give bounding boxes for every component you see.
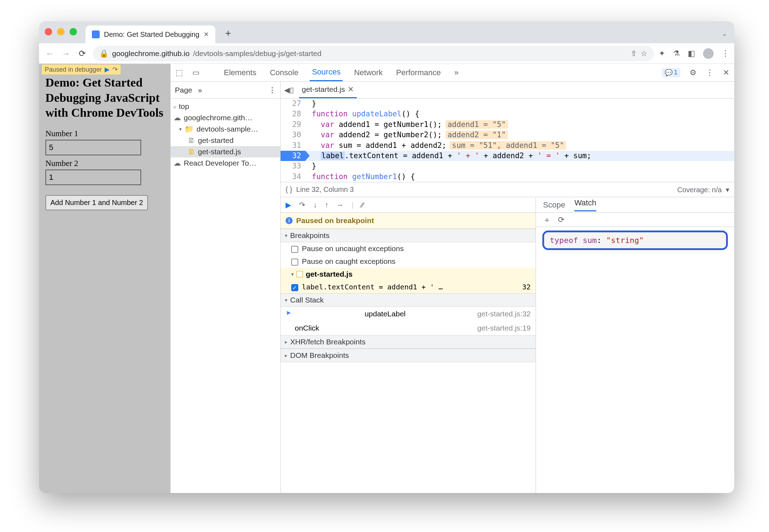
refresh-watch-icon[interactable]: ⟳ xyxy=(558,215,564,225)
editor-tabs: ◀▯ get-started.js ✕ xyxy=(281,82,734,99)
editor-tab-file[interactable]: get-started.js ✕ xyxy=(299,82,357,98)
profile-avatar-icon[interactable] xyxy=(703,48,714,59)
issues-button[interactable]: 💬 1 xyxy=(662,68,680,77)
xhr-section[interactable]: ▸XHR/fetch Breakpoints xyxy=(281,335,536,349)
paused-overlay: Paused in debugger ▶ ↷ xyxy=(42,65,121,74)
tab-watch[interactable]: Watch xyxy=(574,198,596,211)
nav-item-top[interactable]: ▵ top xyxy=(171,101,280,112)
reload-button[interactable]: ⟳ xyxy=(77,49,88,59)
callstack-frame-0[interactable]: updateLabelget-started.js:32 xyxy=(281,307,536,321)
window-controls xyxy=(45,28,85,43)
callstack-frame-1[interactable]: onClickget-started.js:19 xyxy=(281,321,536,335)
tab-close-icon[interactable]: ✕ xyxy=(204,31,209,38)
code-editor[interactable]: 27} 28function updateLabel() { 29 var ad… xyxy=(281,99,734,182)
devtools: ⬚ ▭ Elements Console Sources Network Per… xyxy=(170,64,734,493)
editor-status: { } Line 32, Column 3 Coverage: n/a ▾ xyxy=(281,182,734,197)
info-icon: i xyxy=(286,217,293,224)
nav-item-domain[interactable]: ☁ googlechrome.gith… xyxy=(171,112,280,123)
overlay-resume-icon[interactable]: ▶ xyxy=(105,66,110,73)
minimize-window-icon[interactable] xyxy=(57,28,65,35)
labs-icon[interactable]: ⚗ xyxy=(673,49,680,58)
pause-uncaught-row[interactable]: Pause on uncaught exceptions xyxy=(281,242,536,255)
number1-label: Number 1 xyxy=(45,129,164,138)
favicon-icon xyxy=(92,31,100,38)
panel-console[interactable]: Console xyxy=(268,65,301,81)
add-watch-icon[interactable]: ＋ xyxy=(543,215,551,225)
step-icon[interactable]: → xyxy=(336,201,344,209)
page-title: Demo: Get Started Debugging JavaScript w… xyxy=(45,75,164,121)
address-bar: ← → ⟳ 🔒 googlechrome.github.io/devtools-… xyxy=(39,43,734,64)
step-into-icon[interactable]: ↓ xyxy=(313,201,317,209)
step-out-icon[interactable]: ↑ xyxy=(325,201,329,209)
bookmark-icon[interactable]: ☆ xyxy=(641,49,647,58)
paused-overlay-text: Paused in debugger xyxy=(45,66,102,73)
panel-performance[interactable]: Performance xyxy=(394,65,443,81)
url-host: googlechrome.github.io xyxy=(112,49,189,58)
devtools-close-icon[interactable]: ✕ xyxy=(723,68,729,77)
new-tab-button[interactable]: + xyxy=(219,28,237,43)
extensions-icon[interactable]: ✦ xyxy=(659,49,665,58)
page-viewport: Paused in debugger ▶ ↷ Demo: Get Started… xyxy=(39,64,170,493)
breakpoints-section[interactable]: ▾Breakpoints xyxy=(281,229,536,242)
dom-section[interactable]: ▸DOM Breakpoints xyxy=(281,349,536,362)
debugger-controls: ▶ ↷ ↓ ↑ → | ⁄⁄ xyxy=(281,197,536,213)
back-button[interactable]: ← xyxy=(44,49,55,59)
panel-sources[interactable]: Sources xyxy=(310,64,343,81)
sources-navigator: Page » ⋮ ▵ top ☁ googlechrome.gith… ▾ 📁 … xyxy=(171,82,281,493)
nav-item-js[interactable]: 🗎 get-started.js xyxy=(171,146,280,157)
navigator-tab-page[interactable]: Page xyxy=(175,86,192,94)
pause-caught-row[interactable]: Pause on caught exceptions xyxy=(281,255,536,268)
scope-watch-pane: Scope Watch ＋ ⟳ typeof sum: "string" xyxy=(536,197,734,493)
devtools-menu-icon[interactable]: ⋮ xyxy=(706,68,714,77)
panel-more[interactable]: » xyxy=(452,65,461,81)
paused-banner: i Paused on breakpoint xyxy=(281,213,536,229)
tab-scope[interactable]: Scope xyxy=(543,200,565,210)
nav-item-html[interactable]: 🗎 get-started xyxy=(171,135,280,146)
share-icon[interactable]: ⇧ xyxy=(631,49,637,58)
settings-icon[interactable]: ⚙ xyxy=(690,68,697,77)
number1-input[interactable] xyxy=(45,140,141,155)
editor-tab-close-icon[interactable]: ✕ xyxy=(348,85,354,94)
breakpoint-entry[interactable]: label.textContent = addend1 + ' … 32 xyxy=(281,281,536,293)
maximize-window-icon[interactable] xyxy=(70,28,77,35)
breakpoint-file[interactable]: ▾get-started.js xyxy=(281,268,536,281)
deactivate-bp-icon[interactable]: ⁄⁄ xyxy=(361,201,364,209)
sidepanel-icon[interactable]: ◧ xyxy=(688,49,695,58)
inspect-icon[interactable]: ⬚ xyxy=(176,68,183,77)
devtools-toolbar: ⬚ ▭ Elements Console Sources Network Per… xyxy=(171,64,734,82)
panel-network[interactable]: Network xyxy=(352,65,385,81)
navigator-menu-icon[interactable]: ⋮ xyxy=(269,86,276,94)
browser-tab[interactable]: Demo: Get Started Debugging ✕ xyxy=(85,26,215,43)
url-path: /devtools-samples/debug-js/get-started xyxy=(193,49,321,58)
navigator-more[interactable]: » xyxy=(198,86,202,94)
url-input[interactable]: 🔒 googlechrome.github.io/devtools-sample… xyxy=(93,46,654,61)
resume-icon[interactable]: ▶ xyxy=(286,201,291,209)
watch-expression[interactable]: typeof sum: "string" xyxy=(542,231,728,250)
panel-elements[interactable]: Elements xyxy=(222,65,259,81)
step-over-icon[interactable]: ↷ xyxy=(299,201,305,209)
nav-item-extension[interactable]: ☁ React Developer To… xyxy=(171,157,280,169)
lock-icon: 🔒 xyxy=(99,49,109,58)
number2-input[interactable] xyxy=(45,170,141,185)
browser-menu-icon[interactable]: ⋮ xyxy=(721,49,729,58)
titlebar: Demo: Get Started Debugging ✕ + ⌄ xyxy=(39,21,734,43)
add-button[interactable]: Add Number 1 and Number 2 xyxy=(45,195,148,210)
close-window-icon[interactable] xyxy=(45,28,52,35)
overlay-step-icon[interactable]: ↷ xyxy=(112,66,118,73)
tab-title: Demo: Get Started Debugging xyxy=(104,31,199,39)
callstack-section[interactable]: ▾Call Stack xyxy=(281,293,536,307)
number2-label: Number 2 xyxy=(45,159,164,168)
debugger-sidebar: ▶ ↷ ↓ ↑ → | ⁄⁄ i Paused on breakpoint xyxy=(281,197,536,493)
tabs-dropdown-icon[interactable]: ⌄ xyxy=(715,30,734,43)
nav-item-folder[interactable]: ▾ 📁 devtools-sample… xyxy=(171,123,280,135)
forward-button: → xyxy=(60,49,72,59)
device-toggle-icon[interactable]: ▭ xyxy=(192,68,200,77)
toggle-navigator-icon[interactable]: ◀▯ xyxy=(284,86,294,94)
